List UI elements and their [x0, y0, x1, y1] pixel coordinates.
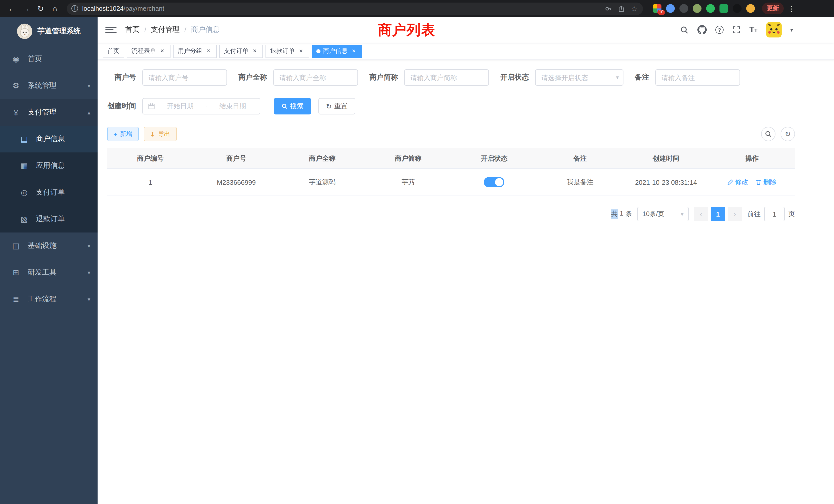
sidebar-item-dev-tools[interactable]: ⊞ 研发工具 ▾ — [0, 259, 97, 286]
sidebar-item-payment[interactable]: ¥ 支付管理 ▴ — [0, 99, 97, 126]
page-size-select[interactable]: 10条/页 ▾ — [637, 207, 689, 221]
sidebar-item-label: 支付管理 — [28, 108, 88, 117]
tab-label: 退款订单 — [270, 47, 295, 55]
refresh-table-button[interactable]: ↻ — [781, 127, 795, 141]
col-remark: 备注 — [537, 148, 623, 168]
active-dot-icon — [316, 49, 321, 53]
sidebar-item-app-info[interactable]: ▦ 应用信息 — [0, 153, 97, 179]
bookmark-star-icon[interactable]: ☆ — [631, 5, 637, 12]
sidebar-item-system[interactable]: ⚙ 系统管理 ▾ — [0, 72, 97, 99]
breadcrumb-payment[interactable]: 支付管理 — [151, 25, 180, 35]
user-avatar[interactable] — [766, 22, 782, 38]
cell-merchant-id: 1 — [107, 168, 193, 196]
sidebar-item-home[interactable]: ◉ 首页 — [0, 46, 97, 72]
sidebar-item-pay-order[interactable]: ◎ 支付订单 — [0, 179, 97, 206]
search-button[interactable]: 搜索 — [274, 98, 311, 114]
reload-icon: ↻ — [37, 4, 44, 13]
browser-extensions: 10 — [653, 4, 755, 13]
table-header-row: 商户编号 商户号 商户全称 商户简称 开启状态 备注 创建时间 操作 — [107, 148, 795, 168]
order-target-icon: ◎ — [19, 188, 30, 197]
close-icon[interactable]: × — [205, 47, 212, 55]
font-size-icon[interactable]: TT — [749, 25, 758, 35]
sidebar-item-workflow[interactable]: ≣ 工作流程 ▾ — [0, 286, 97, 313]
tab-home[interactable]: 首页 — [103, 44, 124, 58]
page-size-value: 10条/页 — [642, 210, 679, 219]
address-bar[interactable]: i localhost:1024/pay/merchant ☆ — [67, 2, 643, 15]
app-logo[interactable]: 芋道管理系统 — [0, 17, 97, 46]
sidebar-toggle-icon[interactable] — [105, 24, 116, 36]
password-key-icon[interactable] — [605, 5, 612, 12]
avatar-caret-icon[interactable]: ▾ — [790, 27, 793, 32]
sidebar-item-merchant-info[interactable]: ▤ 商户信息 — [0, 126, 97, 153]
browser-update-button[interactable]: 更新 — [762, 3, 784, 14]
remark-input[interactable] — [655, 69, 740, 86]
tab-user-group[interactable]: 用户分组 × — [173, 44, 217, 58]
browser-reload-button[interactable]: ↻ — [34, 2, 47, 15]
merchant-no-input[interactable] — [142, 69, 227, 86]
plus-icon: + — [113, 131, 117, 137]
share-icon[interactable] — [618, 5, 625, 12]
create-time-range-picker[interactable]: 开始日期 - 结束日期 — [142, 98, 260, 114]
edit-link-label: 修改 — [735, 178, 748, 187]
toggle-search-button[interactable] — [761, 127, 775, 141]
refresh-icon: ↻ — [785, 130, 791, 138]
search-icon[interactable] — [680, 25, 689, 34]
extension-icon[interactable] — [706, 4, 715, 13]
app-grid-icon: ▦ — [19, 161, 30, 170]
reset-button[interactable]: ↻ 重置 — [319, 98, 355, 114]
breadcrumb: 首页 / 支付管理 / 商户信息 — [125, 25, 220, 35]
app-title: 芋道管理系统 — [38, 27, 81, 36]
browser-menu-button[interactable]: ⋮ — [785, 2, 798, 15]
close-icon[interactable]: × — [350, 47, 357, 55]
extension-icon[interactable]: 10 — [653, 4, 661, 13]
url-host: localhost:1024 — [82, 5, 124, 12]
top-navbar: 首页 / 支付管理 / 商户信息 商户列表 ? TT — [97, 17, 834, 43]
refresh-icon: ↻ — [326, 103, 332, 110]
close-icon[interactable]: × — [297, 47, 305, 55]
goto-page-input[interactable] — [764, 207, 785, 221]
export-button[interactable]: ↧ 导出 — [144, 127, 176, 141]
browser-forward-button[interactable]: → — [20, 2, 33, 15]
tab-pay-order[interactable]: 支付订单 × — [219, 44, 263, 58]
tab-merchant-info[interactable]: 商户信息 × — [312, 44, 362, 58]
reset-button-label: 重置 — [334, 101, 348, 111]
breadcrumb-separator: / — [184, 26, 186, 34]
extension-icon[interactable] — [679, 4, 688, 13]
tab-process-form[interactable]: 流程表单 × — [127, 44, 171, 58]
page-info-icon[interactable]: i — [71, 5, 78, 12]
browser-back-button[interactable]: ← — [5, 2, 19, 15]
help-icon[interactable]: ? — [716, 26, 724, 34]
close-icon[interactable]: × — [159, 47, 166, 55]
home-icon: ⌂ — [53, 4, 57, 13]
github-icon[interactable] — [697, 25, 707, 35]
extension-icon[interactable] — [693, 4, 702, 13]
delete-link[interactable]: 删除 — [756, 178, 777, 187]
sidebar-item-infra[interactable]: ◫ 基础设施 ▾ — [0, 232, 97, 259]
status-toggle[interactable] — [484, 177, 504, 187]
breadcrumb-home[interactable]: 首页 — [125, 25, 140, 35]
browser-home-button[interactable]: ⌂ — [48, 2, 62, 15]
extension-icon[interactable] — [733, 4, 742, 13]
extension-icon[interactable] — [666, 4, 675, 13]
table-row: 1 M233666999 芋道源码 芋艿 我是备注 2021-10-23 08:… — [107, 168, 795, 196]
merchant-full-name-input[interactable] — [273, 69, 358, 86]
tab-refund-order[interactable]: 退款订单 × — [265, 44, 309, 58]
close-icon[interactable]: × — [251, 47, 258, 55]
trash-icon — [756, 179, 762, 185]
page-number-button[interactable]: 1 — [711, 207, 725, 221]
sidebar-item-label: 工作流程 — [28, 295, 88, 304]
extension-icon[interactable] — [720, 4, 728, 13]
back-icon: ← — [8, 4, 16, 13]
prev-page-button[interactable]: ‹ — [694, 207, 708, 221]
sidebar-item-refund-order[interactable]: ▧ 退款订单 — [0, 206, 97, 232]
chevron-down-icon: ▾ — [681, 211, 683, 217]
add-button[interactable]: + 新增 — [107, 127, 138, 141]
status-select[interactable] — [535, 69, 623, 86]
fullscreen-icon[interactable] — [732, 26, 741, 34]
sidebar-submenu-payment: ▤ 商户信息 ▦ 应用信息 ◎ 支付订单 ▧ 退款订单 — [0, 126, 97, 232]
profile-avatar-icon[interactable] — [746, 4, 755, 13]
edit-link[interactable]: 修改 — [727, 178, 748, 187]
merchant-short-name-input[interactable] — [404, 69, 489, 86]
next-page-button[interactable]: › — [728, 207, 742, 221]
calendar-icon — [148, 102, 155, 110]
